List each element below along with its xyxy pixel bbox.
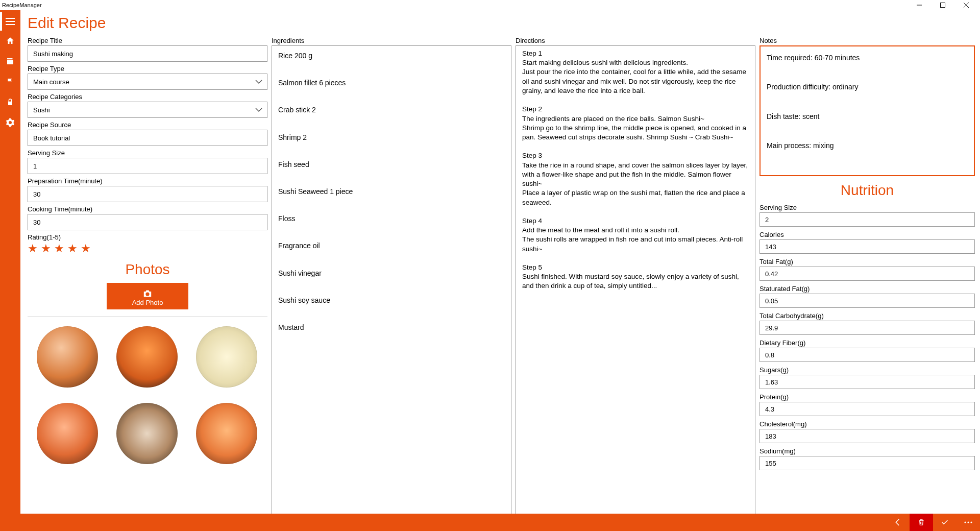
- divider: [28, 317, 267, 317]
- recipe-categories-select[interactable]: [28, 102, 267, 118]
- svg-rect-0: [941, 3, 945, 8]
- photo-thumbnail[interactable]: [116, 403, 178, 464]
- window-minimize-button[interactable]: [908, 0, 931, 10]
- serving-size-label: Serving Size: [28, 149, 267, 157]
- serving-size-input[interactable]: [28, 158, 267, 174]
- nut-satfat-input[interactable]: [760, 294, 975, 308]
- svg-point-3: [970, 521, 972, 523]
- photo-thumbnail[interactable]: [37, 326, 98, 388]
- recipes-icon[interactable]: [0, 51, 20, 71]
- photo-thumbnail[interactable]: [37, 403, 98, 464]
- nut-fiber-input[interactable]: [760, 348, 975, 362]
- nut-sodium-label: Sodium(mg): [760, 447, 975, 455]
- menu-button[interactable]: [0, 12, 20, 31]
- cook-time-input[interactable]: [28, 214, 267, 230]
- svg-point-1: [964, 521, 966, 523]
- ingredients-textarea[interactable]: Rice 200 g Salmon fillet 6 pieces Crab s…: [272, 45, 511, 525]
- notes-textarea[interactable]: Time required: 60-70 minutes Production …: [760, 45, 975, 176]
- nut-totalfat-input[interactable]: [760, 267, 975, 281]
- add-photo-button[interactable]: Add Photo: [107, 283, 188, 309]
- star-icon[interactable]: ★: [81, 242, 91, 255]
- recipe-title-input[interactable]: [28, 45, 267, 62]
- nut-sodium-input[interactable]: [760, 456, 975, 470]
- recipe-categories-label: Recipe Categories: [28, 93, 267, 101]
- nut-chol-input[interactable]: [760, 429, 975, 443]
- nut-calories-input[interactable]: [760, 239, 975, 254]
- bottom-toolbar: [20, 514, 980, 531]
- directions-label: Directions: [516, 37, 755, 44]
- directions-column: Directions Step 1 Start making delicious…: [516, 34, 755, 513]
- settings-icon[interactable]: [0, 112, 20, 133]
- rating-label: Rating(1-5): [28, 233, 267, 241]
- nut-sugars-input[interactable]: [760, 375, 975, 389]
- window-maximize-button[interactable]: [931, 0, 954, 10]
- recipe-form-column: Recipe Title Recipe Type Recipe Categori…: [28, 34, 267, 513]
- nut-protein-label: Protein(g): [760, 393, 975, 401]
- photo-thumbnail[interactable]: [196, 403, 257, 464]
- nut-sugars-label: Sugars(g): [760, 366, 975, 374]
- nav-rail: [0, 10, 20, 531]
- star-icon[interactable]: ★: [41, 242, 51, 255]
- page-title: Edit Recipe: [28, 14, 975, 32]
- star-icon[interactable]: ★: [28, 242, 38, 255]
- star-icon[interactable]: ★: [54, 242, 64, 255]
- photos-heading: Photos: [28, 261, 267, 278]
- recipe-title-label: Recipe Title: [28, 37, 267, 44]
- svg-point-2: [967, 521, 969, 523]
- delete-button[interactable]: [910, 514, 933, 531]
- photo-thumbnail[interactable]: [116, 326, 178, 388]
- notes-label: Notes: [760, 37, 975, 44]
- more-button[interactable]: [957, 514, 980, 531]
- nut-fiber-label: Dietary Fiber(g): [760, 339, 975, 347]
- lock-icon[interactable]: [0, 92, 20, 112]
- recipe-type-select[interactable]: [28, 74, 267, 90]
- flag-icon[interactable]: [0, 71, 20, 92]
- nut-carb-input[interactable]: [760, 321, 975, 335]
- photo-grid: [28, 326, 267, 464]
- add-photo-label: Add Photo: [132, 299, 163, 306]
- recipe-source-label: Recipe Source: [28, 121, 267, 129]
- nut-serving-label: Serving Size: [760, 204, 975, 211]
- rating-stars[interactable]: ★ ★ ★ ★ ★: [28, 242, 267, 255]
- nut-satfat-label: Staturated Fat(g): [760, 285, 975, 293]
- nut-calories-label: Calories: [760, 231, 975, 238]
- prep-time-input[interactable]: [28, 186, 267, 202]
- home-icon[interactable]: [0, 31, 20, 51]
- cook-time-label: Cooking Time(minute): [28, 205, 267, 213]
- ingredients-column: Ingredients Rice 200 g Salmon fillet 6 p…: [272, 34, 511, 513]
- content-area: Edit Recipe Recipe Title Recipe Type Rec…: [20, 10, 980, 531]
- notes-nutrition-column: Notes Time required: 60-70 minutes Produ…: [760, 34, 975, 513]
- star-icon[interactable]: ★: [67, 242, 78, 255]
- recipe-source-input[interactable]: [28, 130, 267, 146]
- nutrition-heading: Nutrition: [760, 182, 975, 199]
- back-button[interactable]: [886, 514, 910, 531]
- title-bar: RecipeManager: [0, 0, 980, 10]
- nut-chol-label: Cholesterol(mg): [760, 420, 975, 428]
- photo-thumbnail[interactable]: [196, 326, 257, 388]
- nut-totalfat-label: Total Fat(g): [760, 258, 975, 266]
- recipe-type-label: Recipe Type: [28, 65, 267, 73]
- confirm-button[interactable]: [933, 514, 957, 531]
- prep-time-label: Preparation Time(minute): [28, 177, 267, 185]
- ingredients-label: Ingredients: [272, 37, 511, 44]
- directions-textarea[interactable]: Step 1 Start making delicious sushi with…: [516, 45, 755, 525]
- nut-protein-input[interactable]: [760, 402, 975, 416]
- window-title: RecipeManager: [2, 2, 42, 8]
- nut-carb-label: Total Carbohydrate(g): [760, 312, 975, 320]
- nut-serving-input[interactable]: [760, 212, 975, 227]
- camera-icon: [142, 289, 153, 298]
- window-close-button[interactable]: [954, 0, 978, 10]
